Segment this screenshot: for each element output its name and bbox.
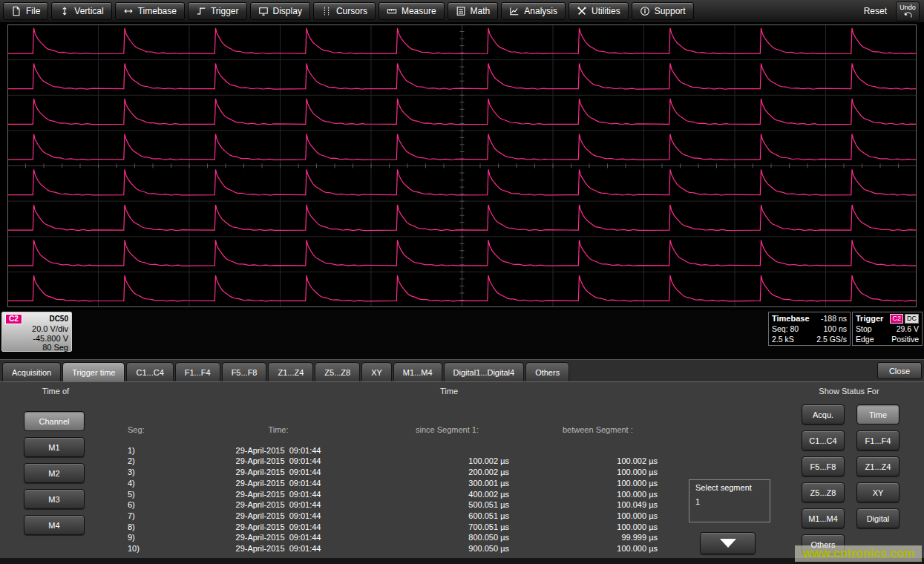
table-cell: 700.051 µs bbox=[386, 522, 557, 533]
menu-button-cursors[interactable]: Cursors bbox=[313, 2, 376, 20]
status-button-f1-f4[interactable]: F1...F4 bbox=[856, 430, 900, 450]
channel-c2-descriptor[interactable]: C2 DC50 20.0 V/div -45.800 V 80 Seg bbox=[1, 312, 72, 352]
channel-segments: 80 Seg bbox=[5, 343, 68, 352]
tabs: AcquisitionTrigger timeC1...C4F1...F4F5.… bbox=[2, 362, 569, 381]
menu-right: Reset Undo bbox=[864, 1, 921, 22]
table-cell: 1) bbox=[119, 445, 171, 456]
channel-coupling: DC50 bbox=[49, 315, 68, 323]
table-row: 1)29-April-2015 09:01:44 bbox=[119, 445, 727, 456]
time-heading: Time bbox=[338, 387, 560, 396]
analysis-icon bbox=[509, 6, 520, 16]
time-of-button-m2[interactable]: M2 bbox=[24, 463, 85, 483]
down-arrow-icon bbox=[720, 539, 736, 548]
table-cell: 6) bbox=[119, 499, 171, 511]
column-header: since Segment 1: bbox=[386, 424, 557, 436]
trigger-title: Trigger bbox=[856, 313, 883, 324]
channel-scale: 20.0 V/div bbox=[5, 324, 68, 334]
time-of-button-channel[interactable]: Channel bbox=[24, 411, 85, 431]
tab-c1-c4[interactable]: C1...C4 bbox=[126, 362, 173, 381]
menu-button-timebase[interactable]: Timebase bbox=[115, 2, 185, 20]
table-header-row: Seg:Time:since Segment 1:between Segment… bbox=[119, 424, 727, 436]
table-cell: 200.002 µs bbox=[386, 467, 557, 478]
tab-f5-f8[interactable]: F5...F8 bbox=[222, 362, 267, 381]
menu-button-support[interactable]: Support bbox=[632, 2, 694, 20]
menu-button-display[interactable]: Display bbox=[250, 2, 310, 20]
trigger-source-badge: C2 bbox=[890, 314, 903, 324]
table-cell: 29-April-2015 09:01:44 bbox=[171, 445, 386, 456]
measure-icon bbox=[387, 6, 397, 16]
status-button-z5-z8[interactable]: Z5...Z8 bbox=[802, 482, 845, 502]
segment-down-button[interactable] bbox=[700, 532, 756, 554]
table-cell: 10) bbox=[119, 543, 171, 554]
table-rows: 1)29-April-2015 09:01:442)29-April-2015 … bbox=[119, 445, 727, 554]
tab-others[interactable]: Others bbox=[525, 362, 569, 381]
menu-button-label: Timebase bbox=[138, 6, 177, 16]
time-of-button-m4[interactable]: M4 bbox=[24, 515, 85, 535]
menu-button-label: Trigger bbox=[211, 6, 239, 16]
timebase-seq: Seq: 80 bbox=[772, 324, 799, 334]
table-row: 8)29-April-2015 09:01:44700.051 µs100.00… bbox=[119, 522, 727, 533]
table-row: 7)29-April-2015 09:01:44600.051 µs100.00… bbox=[119, 511, 727, 522]
undo-button[interactable]: Undo bbox=[896, 1, 920, 22]
select-segment-panel[interactable]: Select segment 1 bbox=[689, 479, 770, 522]
reset-button[interactable]: Reset bbox=[864, 6, 887, 16]
trigger-type: Edge bbox=[856, 334, 874, 344]
table-cell: 29-April-2015 09:01:44 bbox=[171, 456, 386, 467]
timebase-icon bbox=[123, 6, 134, 16]
tab-trigger-time[interactable]: Trigger time bbox=[62, 362, 125, 381]
table-cell: 3) bbox=[119, 467, 171, 478]
oscilloscope-app: FileVerticalTimebaseTriggerDisplayCursor… bbox=[0, 0, 924, 564]
timebase-per-div: 100 ns bbox=[823, 324, 847, 334]
table-row: 4)29-April-2015 09:01:44300.001 µs100.00… bbox=[119, 478, 727, 489]
tab-z1-z4[interactable]: Z1...Z4 bbox=[268, 362, 313, 381]
trigger-coupling-badge: DC bbox=[905, 314, 919, 324]
status-button-c1-c4[interactable]: C1...C4 bbox=[802, 430, 845, 450]
menu-button-label: Analysis bbox=[524, 6, 557, 16]
menu-button-math[interactable]: Math bbox=[448, 2, 499, 20]
menu-button-measure[interactable]: Measure bbox=[379, 2, 445, 20]
window-bottom-edge bbox=[0, 558, 924, 564]
menu-bar: FileVerticalTimebaseTriggerDisplayCursor… bbox=[0, 0, 924, 22]
menu-button-trigger[interactable]: Trigger bbox=[188, 2, 247, 20]
watermark: www.cntronics.com bbox=[795, 545, 922, 562]
status-button-m1-m4[interactable]: M1...M4 bbox=[802, 508, 845, 528]
vertical-icon bbox=[59, 6, 70, 16]
file-icon bbox=[11, 6, 22, 16]
tab-xy[interactable]: XY bbox=[361, 362, 392, 381]
trigger-descriptor[interactable]: Trigger C2 DC Stop 29.6 V Edge Positive bbox=[852, 312, 923, 346]
timebase-delay: -188 ns bbox=[821, 313, 847, 324]
status-button-xy[interactable]: XY bbox=[856, 482, 900, 502]
table-row: 9)29-April-2015 09:01:44800.050 µs99.999… bbox=[119, 532, 727, 543]
trigger-time-dialog: Time of Time Show Status For ChannelM1M2… bbox=[0, 381, 924, 558]
menu-button-analysis[interactable]: Analysis bbox=[501, 2, 566, 20]
tab-f1-f4[interactable]: F1...F4 bbox=[175, 362, 220, 381]
tab-digital1-digital4[interactable]: Digital1...Digital4 bbox=[444, 362, 525, 381]
status-button-z1-z4[interactable]: Z1...Z4 bbox=[856, 456, 900, 476]
status-button-digital[interactable]: Digital bbox=[856, 508, 900, 528]
table-row: 5)29-April-2015 09:01:44400.002 µs100.00… bbox=[119, 489, 727, 500]
tab-z5-z8[interactable]: Z5...Z8 bbox=[315, 362, 360, 381]
close-button[interactable]: Close bbox=[877, 362, 922, 379]
table-cell: 100.002 µs bbox=[557, 456, 720, 467]
time-of-button-m3[interactable]: M3 bbox=[24, 489, 85, 509]
table-cell: 29-April-2015 09:01:44 bbox=[171, 489, 386, 500]
table-cell: 600.051 µs bbox=[386, 511, 557, 522]
status-button-acqu-[interactable]: Acqu. bbox=[802, 404, 845, 424]
status-button-f5-f8[interactable]: F5...F8 bbox=[802, 456, 845, 476]
undo-label: Undo bbox=[900, 4, 916, 11]
table-cell: 500.051 µs bbox=[386, 499, 557, 511]
table-cell: 5) bbox=[119, 489, 171, 500]
segment-value[interactable]: 1 bbox=[695, 497, 764, 507]
menu-button-vertical[interactable]: Vertical bbox=[51, 2, 111, 20]
table-cell: 29-April-2015 09:01:44 bbox=[171, 511, 386, 522]
tab-acquisition[interactable]: Acquisition bbox=[2, 362, 61, 381]
table-cell: 300.001 µs bbox=[386, 478, 557, 489]
menu-button-file[interactable]: File bbox=[3, 2, 48, 20]
trigger-mode: Stop bbox=[856, 324, 872, 334]
timebase-descriptor[interactable]: Timebase -188 ns Seq: 80 100 ns 2.5 kS 2… bbox=[768, 312, 851, 346]
tab-m1-m4[interactable]: M1...M4 bbox=[393, 362, 442, 381]
table-row: 10)29-April-2015 09:01:44900.050 µs100.0… bbox=[119, 543, 727, 554]
menu-button-utilities[interactable]: Utilities bbox=[569, 2, 629, 20]
status-button-time[interactable]: Time bbox=[856, 404, 900, 424]
time-of-button-m1[interactable]: M1 bbox=[24, 437, 85, 457]
